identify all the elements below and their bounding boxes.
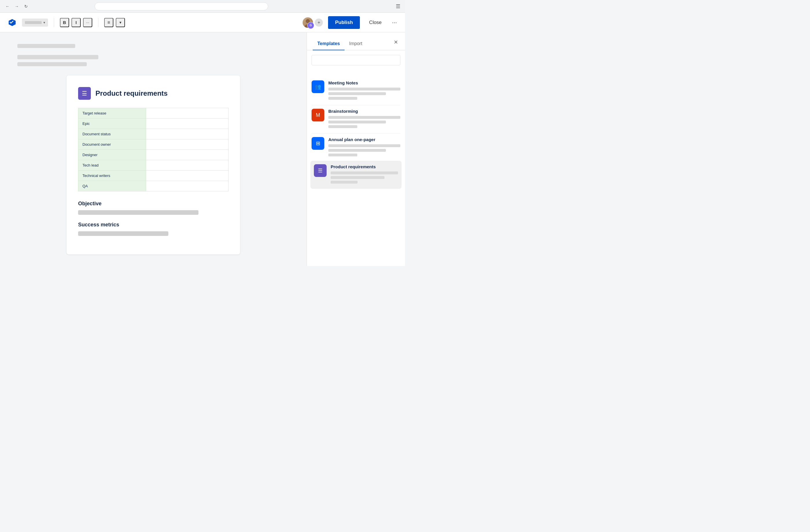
template-content-brainstorming: Brainstorming — [328, 109, 400, 130]
template-icon-brainstorming: M — [311, 109, 324, 121]
avatar-wrapper: G — [303, 17, 313, 28]
success-placeholder — [78, 231, 168, 236]
tmpl-line-3 — [328, 125, 357, 128]
tmpl-line-3 — [331, 181, 358, 184]
sidebar-placeholder-3 — [17, 62, 87, 66]
tmpl-line-3 — [328, 153, 357, 156]
template-icon-product-req: ☰ — [314, 164, 327, 177]
success-metrics-heading: Success metrics — [78, 222, 229, 228]
tmpl-line-1 — [328, 116, 400, 119]
template-item[interactable]: ⊞ Annual plan one-pager — [311, 134, 400, 162]
table-cell-label: Designer — [78, 149, 146, 160]
requirements-table: Target release Epic Document status Docu… — [78, 108, 229, 192]
table-cell-label: Tech lead — [78, 160, 146, 170]
panel-close-button[interactable]: ✕ — [392, 38, 399, 47]
table-cell-label: QA — [78, 181, 146, 191]
doc-title-row: ☰ Product requirements — [78, 87, 229, 100]
objective-placeholder — [78, 210, 198, 215]
sidebar-placeholder-1 — [17, 44, 75, 48]
table-row: Epic — [78, 118, 229, 129]
more-options-button[interactable]: ··· — [391, 18, 398, 27]
tmpl-line-1 — [328, 144, 400, 147]
breadcrumb-bar — [25, 21, 42, 24]
publish-button[interactable]: Publish — [328, 16, 360, 29]
add-collaborator-button[interactable]: + — [314, 18, 323, 27]
search-input[interactable] — [311, 55, 400, 65]
template-icon-annual-plan: ⊞ — [311, 137, 324, 150]
panel-header: Templates Import ✕ — [307, 32, 405, 50]
browser-chrome: ← → ↻ ☰ — [0, 0, 405, 13]
table-cell-label: Epic — [78, 118, 146, 129]
template-list: 👥 Meeting Notes M Brainstorming ⊞ Annual… — [311, 77, 400, 189]
table-cell-value[interactable] — [146, 139, 228, 149]
table-cell-value[interactable] — [146, 170, 228, 181]
objective-heading: Objective — [78, 201, 229, 207]
panel-body: 🔍 👥 Meeting Notes M Brainstorming ⊞ Annu… — [307, 50, 405, 266]
url-bar[interactable] — [95, 2, 268, 11]
table-cell-label: Document status — [78, 129, 146, 139]
table-cell-value[interactable] — [146, 108, 228, 118]
template-name-meeting-notes: Meeting Notes — [328, 80, 400, 85]
tab-templates[interactable]: Templates — [313, 37, 344, 50]
sidebar-placeholder-2 — [17, 55, 98, 59]
table-cell-label: Document owner — [78, 139, 146, 149]
align-button[interactable]: ≡ — [104, 18, 113, 27]
template-item[interactable]: ☰ Product requirements — [310, 161, 402, 189]
collaborators: G + — [303, 17, 323, 28]
table-cell-value[interactable] — [146, 118, 228, 129]
italic-button[interactable]: I — [71, 18, 81, 27]
table-row: Tech lead — [78, 160, 229, 170]
template-icon-meeting-notes: 👥 — [311, 80, 324, 93]
tmpl-line-1 — [328, 88, 400, 90]
table-row: Target release — [78, 108, 229, 118]
table-row: Document owner — [78, 139, 229, 149]
tmpl-line-2 — [328, 120, 386, 123]
template-item[interactable]: M Brainstorming — [311, 105, 400, 134]
app-logo[interactable] — [7, 17, 17, 28]
tmpl-line-3 — [328, 97, 357, 100]
table-cell-value[interactable] — [146, 160, 228, 170]
template-content-product-req: Product requirements — [331, 164, 398, 185]
bold-button[interactable]: B — [60, 18, 69, 27]
table-cell-value[interactable] — [146, 129, 228, 139]
right-panel: Templates Import ✕ 🔍 👥 Meeting Notes M B — [307, 32, 405, 266]
editor-area[interactable]: ☰ Product requirements Target release Ep… — [0, 32, 307, 266]
tmpl-line-2 — [328, 92, 386, 95]
doc-title-text: Product requirements — [95, 89, 167, 97]
document-card: ☰ Product requirements Target release Ep… — [67, 76, 240, 254]
avatar-g-badge: G — [307, 22, 314, 29]
tab-import[interactable]: Import — [344, 37, 367, 50]
toolbar-divider-2 — [98, 18, 98, 27]
doc-icon: ☰ — [78, 87, 91, 100]
template-content-meeting-notes: Meeting Notes — [328, 80, 400, 101]
template-name-annual-plan: Annual plan one-pager — [328, 137, 400, 142]
table-row: Technical writers — [78, 170, 229, 181]
table-cell-value[interactable] — [146, 181, 228, 191]
align-group: ≡ ▾ — [104, 18, 125, 27]
tmpl-line-2 — [331, 176, 385, 179]
back-button[interactable]: ← — [5, 3, 11, 9]
tmpl-line-2 — [328, 149, 386, 152]
reload-button[interactable]: ↻ — [23, 3, 29, 9]
browser-menu-icon[interactable]: ☰ — [396, 3, 400, 10]
template-name-brainstorming: Brainstorming — [328, 109, 400, 114]
table-row: QA — [78, 181, 229, 191]
template-content-annual-plan: Annual plan one-pager — [328, 137, 400, 158]
table-cell-value[interactable] — [146, 149, 228, 160]
breadcrumb[interactable]: ▾ — [22, 18, 48, 27]
table-row: Designer — [78, 149, 229, 160]
toolbar-divider-1 — [54, 18, 54, 27]
align-arrow-button[interactable]: ▾ — [116, 18, 125, 27]
template-item[interactable]: 👥 Meeting Notes — [311, 77, 400, 105]
close-button[interactable]: Close — [364, 17, 386, 28]
table-cell-label: Technical writers — [78, 170, 146, 181]
table-row: Document status — [78, 129, 229, 139]
app-container: ▾ B I ··· ≡ ▾ G + Publish Close ··· — [0, 13, 405, 266]
format-more-button[interactable]: ··· — [83, 18, 92, 27]
toolbar: ▾ B I ··· ≡ ▾ G + Publish Close ··· — [0, 13, 405, 32]
forward-button[interactable]: → — [14, 3, 20, 9]
search-wrapper: 🔍 — [311, 55, 400, 71]
chevron-down-icon: ▾ — [44, 20, 45, 24]
main-area: ☰ Product requirements Target release Ep… — [0, 32, 405, 266]
format-group: B I ··· — [60, 18, 92, 27]
